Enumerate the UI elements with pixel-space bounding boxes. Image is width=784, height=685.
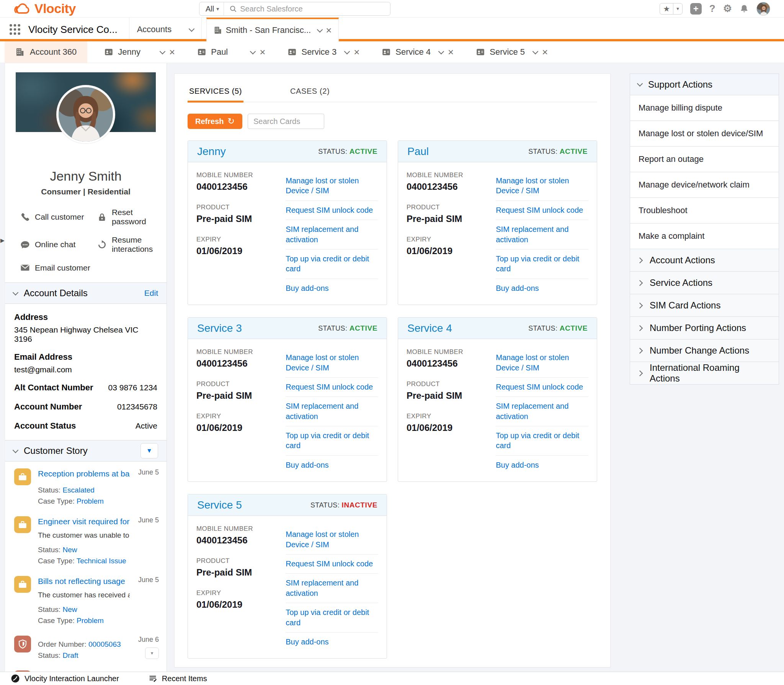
buy-addons-link[interactable]: Buy add-ons [496,455,588,475]
sim-replacement-link[interactable]: SIM replacement and activation [496,220,588,249]
row-actions-dropdown[interactable]: ▾ [145,647,159,659]
action-troubleshoot[interactable]: Troubleshoot [630,197,779,223]
buy-addons-link[interactable]: Buy add-ons [496,279,588,298]
manage-lost-stolen-link[interactable]: Manage lost or stolen Device / SIM [286,525,378,554]
card-title-link[interactable]: Service 3 [197,322,242,334]
app-launcher-icon[interactable] [0,18,28,41]
section-service-actions[interactable]: Service Actions [630,271,779,294]
subtab-service-5[interactable]: Service 5 × [470,41,554,63]
case-title-link[interactable]: Bills not reflecting usage [38,577,130,586]
case-title-link[interactable]: Reception problems at back of ... [38,469,130,478]
order-number-link[interactable]: 00005063 [88,640,121,648]
favorites-button[interactable]: ★ ▾ [660,3,682,15]
global-actions-icon[interactable]: + [690,3,702,15]
close-icon[interactable]: × [542,47,548,57]
case-type-value[interactable]: Problem [77,497,104,505]
section-international-roaming-actions[interactable]: International Roaming Actions [630,362,779,385]
resume-interactions-action[interactable]: Resume interactions [97,235,163,254]
request-sim-unlock-link[interactable]: Request SIM unlock code [286,554,378,573]
section-number-porting-actions[interactable]: Number Porting Actions [630,316,779,339]
card-title-link[interactable]: Service 5 [197,499,242,511]
tab-cases[interactable]: CASES (2) [289,87,331,102]
status-value[interactable]: Escalated [62,486,94,494]
action-make-complaint[interactable]: Make a complaint [630,223,779,249]
search-cards-input[interactable] [248,114,324,129]
manage-lost-stolen-link[interactable]: Manage lost or stolen Device / SIM [496,348,588,377]
favorites-dropdown-icon[interactable]: ▾ [673,3,682,14]
online-chat-action[interactable]: Online chat [20,235,97,254]
sim-replacement-link[interactable]: SIM replacement and activation [286,220,378,249]
buy-addons-link[interactable]: Buy add-ons [286,279,378,298]
call-customer-action[interactable]: Call customer [20,208,97,226]
recent-items-button[interactable]: Recent Items [148,674,207,683]
subtab-paul[interactable]: Paul × [191,41,271,63]
close-icon[interactable]: × [260,47,265,57]
edit-link[interactable]: Edit [144,289,158,298]
customer-story-header[interactable]: Customer Story ▼ [5,440,167,462]
request-sim-unlock-link[interactable]: Request SIM unlock code [496,201,588,220]
action-manage-device-claim[interactable]: Manage device/network claim [630,172,779,198]
global-search[interactable]: All ▾ [199,2,390,16]
search-input[interactable] [240,5,390,13]
story-filter-dropdown[interactable]: ▼ [140,443,158,458]
status-value[interactable]: New [62,605,77,613]
case-title-link[interactable]: Engineer visit required for cust... [38,517,130,526]
interaction-launcher-button[interactable]: Vlocity Interaction Launcher [11,674,119,683]
card-title-link[interactable]: Paul [407,145,429,158]
close-icon[interactable]: × [326,25,332,35]
card-title-link[interactable]: Service 4 [407,322,452,334]
chevron-down-icon[interactable] [188,26,194,32]
status-value[interactable]: New [62,546,77,554]
panel-collapse-handle[interactable]: ▶ [0,237,5,243]
close-icon[interactable]: × [169,47,175,57]
close-icon[interactable]: × [448,47,454,57]
chevron-down-icon[interactable] [317,26,323,33]
search-scope-dropdown[interactable]: All ▾ [199,2,224,15]
manage-lost-stolen-link[interactable]: Manage lost or stolen Device / SIM [286,348,378,377]
request-sim-unlock-link[interactable]: Request SIM unlock code [286,377,378,396]
section-account-actions[interactable]: Account Actions [630,249,779,272]
chevron-down-icon[interactable] [344,48,350,54]
subtab-service-4[interactable]: Service 4 × [376,41,460,63]
status-value[interactable]: Draft [62,651,78,659]
tab-accounts[interactable]: Accounts [129,18,202,41]
subtab-service-3[interactable]: Service 3 × [281,41,366,63]
refresh-button[interactable]: Refresh ↻ [188,114,242,129]
chevron-down-icon[interactable] [160,48,166,54]
reset-password-action[interactable]: Reset password [97,208,163,226]
close-icon[interactable]: × [354,47,359,57]
setup-gear-icon[interactable]: ⚙ [723,3,732,15]
action-report-outage[interactable]: Report an outage [630,146,779,172]
help-icon[interactable]: ? [709,3,715,15]
user-avatar[interactable] [756,2,770,16]
case-type-value[interactable]: Problem [77,616,104,625]
chevron-down-icon[interactable] [532,48,539,54]
manage-lost-stolen-link[interactable]: Manage lost or stolen Device / SIM [286,171,378,201]
subtab-jenny[interactable]: Jenny × [98,41,181,63]
chevron-down-icon[interactable] [250,48,256,54]
action-manage-lost-stolen[interactable]: Manage lost or stolen device/SIM [630,121,779,147]
top-up-link[interactable]: Top up via credit or debit card [496,249,588,279]
tab-services[interactable]: SERVICES (5) [188,87,243,102]
case-type-value[interactable]: Technical Issue [77,557,126,565]
top-up-link[interactable]: Top up via credit or debit card [286,603,378,632]
top-up-link[interactable]: Top up via credit or debit card [496,426,588,455]
subtab-account-360[interactable]: Account 360 [5,41,87,63]
request-sim-unlock-link[interactable]: Request SIM unlock code [286,201,378,220]
tab-smith-active[interactable]: Smith - San Francisc... × [206,18,339,41]
notifications-bell-icon[interactable] [740,4,749,13]
support-actions-header[interactable]: Support Actions [630,73,779,95]
sim-replacement-link[interactable]: SIM replacement and activation [286,396,378,426]
buy-addons-link[interactable]: Buy add-ons [286,455,378,475]
manage-lost-stolen-link[interactable]: Manage lost or stolen Device / SIM [496,171,588,201]
sim-replacement-link[interactable]: SIM replacement and activation [496,396,588,426]
card-title-link[interactable]: Jenny [197,145,226,158]
app-name[interactable]: Vlocity Service Co... [28,18,129,41]
sim-replacement-link[interactable]: SIM replacement and activation [286,573,378,603]
request-sim-unlock-link[interactable]: Request SIM unlock code [496,377,588,396]
email-customer-action[interactable]: Email customer [20,263,97,272]
top-up-link[interactable]: Top up via credit or debit card [286,426,378,455]
section-number-change-actions[interactable]: Number Change Actions [630,339,779,362]
account-details-header[interactable]: Account Details Edit [5,282,167,304]
top-up-link[interactable]: Top up via credit or debit card [286,249,378,279]
